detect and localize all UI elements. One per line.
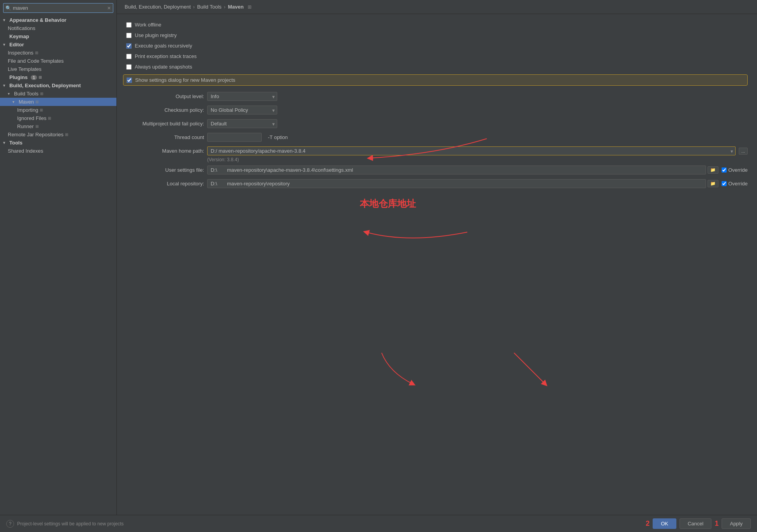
- settings-icon: ⊞: [40, 92, 43, 96]
- settings-icon: ⊞: [48, 116, 51, 120]
- sidebar-item-label: Remote Jar Repositories: [8, 132, 63, 137]
- print-exception-checkbox[interactable]: [126, 54, 132, 59]
- expand-arrow: ▾: [3, 141, 8, 145]
- output-level-label: Output level:: [126, 93, 204, 99]
- sidebar-tree: ▾ Appearance & Behavior Notifications Ke…: [0, 14, 116, 515]
- apply-button[interactable]: Apply: [722, 518, 751, 529]
- cancel-button[interactable]: Cancel: [680, 518, 711, 529]
- output-level-value: Info Debug Warn Error: [207, 92, 748, 101]
- execute-goals-row: Execute goals recursively: [126, 43, 748, 49]
- work-offline-checkbox[interactable]: [126, 22, 132, 28]
- sidebar-item-label: Importing: [17, 107, 38, 113]
- sidebar-item-runner[interactable]: Runner ⊞: [0, 122, 116, 130]
- sidebar-item-remote-jar[interactable]: Remote Jar Repositories ⊞: [0, 130, 116, 139]
- settings-icon: ⊞: [35, 100, 39, 104]
- sidebar-item-label: Tools: [9, 140, 23, 146]
- local-repo-annotation: 本地仓库地址: [360, 197, 748, 210]
- show-settings-dialog-checkbox[interactable]: [127, 78, 132, 83]
- user-settings-row: User settings file: 📁 Override: [126, 166, 748, 174]
- user-settings-path-wrapper: 📁: [207, 166, 718, 174]
- breadcrumb-sep-2: ›: [224, 4, 225, 10]
- sidebar-item-shared-indexes[interactable]: Shared Indexes: [0, 147, 116, 155]
- help-button[interactable]: ?: [6, 520, 14, 528]
- sidebar-item-appearance[interactable]: ▾ Appearance & Behavior: [0, 16, 116, 24]
- show-settings-dialog-row: Show settings dialog for new Maven proje…: [123, 74, 748, 86]
- user-settings-override-checkbox[interactable]: [722, 167, 727, 173]
- checksum-policy-row: Checksum policy: No Global Policy Fail W…: [126, 106, 748, 115]
- print-exception-label[interactable]: Print exception stack traces: [126, 53, 197, 59]
- maven-home-row: Maven home path: D:/ maven-repository/ap…: [126, 146, 748, 155]
- sidebar-item-editor[interactable]: ▾ Editor: [0, 41, 116, 49]
- project-level-notice: Project-level settings will be applied t…: [17, 521, 123, 527]
- local-repo-browse-button[interactable]: 📁: [708, 180, 718, 187]
- sidebar-item-file-templates[interactable]: File and Code Templates: [0, 57, 116, 65]
- multiproject-fail-select[interactable]: Default Fail at End Never Fail: [207, 119, 277, 128]
- breadcrumb-part-1: Build, Execution, Deployment: [125, 4, 191, 10]
- maven-home-value: D:/ maven-repository/apache-maven-3.8.4 …: [207, 146, 748, 155]
- sidebar-item-notifications[interactable]: Notifications: [0, 24, 116, 32]
- multiproject-fail-row: Multiproject build fail policy: Default …: [126, 119, 748, 128]
- sidebar-item-importing[interactable]: Importing ⊞: [0, 106, 116, 114]
- work-offline-label[interactable]: Work offline: [126, 22, 161, 28]
- sidebar-item-build[interactable]: ▾ Build, Execution, Deployment: [0, 81, 116, 90]
- bottom-bar: ? Project-level settings will be applied…: [0, 515, 757, 532]
- expand-arrow: ▾: [12, 100, 17, 104]
- sidebar-item-ignored-files[interactable]: Ignored Files ⊞: [0, 114, 116, 122]
- sidebar-item-plugins[interactable]: Plugins 1 ⊞: [0, 73, 116, 81]
- local-repo-input[interactable]: [207, 179, 706, 188]
- print-exception-row: Print exception stack traces: [126, 53, 748, 59]
- clear-search-button[interactable]: ✕: [107, 5, 111, 11]
- checksum-policy-select[interactable]: No Global Policy Fail Warn: [207, 106, 277, 115]
- settings-icon: ⊞: [35, 124, 39, 129]
- always-update-label[interactable]: Always update snapshots: [126, 64, 192, 70]
- sidebar-item-label: Build, Execution, Deployment: [9, 83, 81, 88]
- output-level-dropdown-wrapper: Info Debug Warn Error: [207, 92, 277, 101]
- sidebar-item-label: Notifications: [8, 25, 35, 31]
- sidebar-item-build-tools[interactable]: ▾ Build Tools ⊞: [0, 90, 116, 98]
- output-level-select[interactable]: Info Debug Warn Error: [207, 92, 277, 101]
- user-settings-label: User settings file:: [126, 167, 204, 173]
- maven-home-browse-button[interactable]: ...: [739, 148, 748, 155]
- use-plugin-registry-label[interactable]: Use plugin registry: [126, 32, 177, 38]
- sidebar-item-keymap[interactable]: Keymap: [0, 32, 116, 41]
- search-input[interactable]: maven: [3, 3, 113, 13]
- search-box: 🔍 maven ✕: [3, 3, 113, 13]
- thread-count-label: Thread count: [126, 134, 204, 140]
- settings-icon: ⊞: [40, 108, 43, 112]
- plugins-badge: 1: [31, 75, 37, 80]
- use-plugin-registry-checkbox[interactable]: [126, 33, 132, 38]
- thread-count-input[interactable]: [207, 133, 262, 142]
- main-content: Build, Execution, Deployment › Build Too…: [117, 0, 757, 515]
- sidebar-item-label: Plugins: [9, 74, 28, 80]
- execute-goals-checkbox[interactable]: [126, 43, 132, 49]
- always-update-row: Always update snapshots: [126, 64, 748, 70]
- user-settings-input[interactable]: [207, 166, 706, 174]
- ok-button[interactable]: OK: [653, 518, 676, 529]
- sidebar-item-label: Appearance & Behavior: [9, 17, 67, 23]
- use-plugin-registry-row: Use plugin registry: [126, 32, 748, 38]
- settings-wrapper: Work offline Use plugin registry Execute…: [117, 14, 757, 515]
- local-repo-value: 📁 Override: [207, 179, 748, 188]
- maven-home-select[interactable]: D:/ maven-repository/apache-maven-3.8.4: [207, 146, 736, 155]
- maven-version-text: (Version: 3.8.4): [207, 157, 748, 162]
- breadcrumb-part-3: Maven: [228, 4, 243, 10]
- sidebar-item-maven[interactable]: ▾ Maven ⊞: [0, 98, 116, 106]
- sidebar-item-live-templates[interactable]: Live Templates: [0, 65, 116, 73]
- sidebar-item-label: Editor: [9, 42, 24, 48]
- sidebar-item-tools[interactable]: ▾ Tools: [0, 139, 116, 147]
- multiproject-fail-dropdown-wrapper: Default Fail at End Never Fail: [207, 119, 277, 128]
- show-settings-dialog-label[interactable]: Show settings dialog for new Maven proje…: [127, 77, 235, 83]
- sidebar-item-label: Inspections: [8, 50, 33, 56]
- user-settings-browse-button[interactable]: 📁: [708, 166, 718, 174]
- checksum-policy-label: Checksum policy:: [126, 107, 204, 113]
- layout-icon[interactable]: ⊞: [248, 4, 252, 10]
- sidebar-item-inspections[interactable]: Inspections ⊞: [0, 49, 116, 57]
- local-repo-override-checkbox[interactable]: [722, 181, 727, 186]
- maven-home-label: Maven home path:: [126, 148, 204, 154]
- breadcrumb: Build, Execution, Deployment › Build Too…: [117, 0, 757, 14]
- sidebar: 🔍 maven ✕ ▾ Appearance & Behavior Notifi…: [0, 0, 117, 515]
- execute-goals-label[interactable]: Execute goals recursively: [126, 43, 192, 49]
- always-update-checkbox[interactable]: [126, 64, 132, 70]
- settings-icon: ⊞: [65, 132, 68, 137]
- expand-arrow: [3, 75, 8, 79]
